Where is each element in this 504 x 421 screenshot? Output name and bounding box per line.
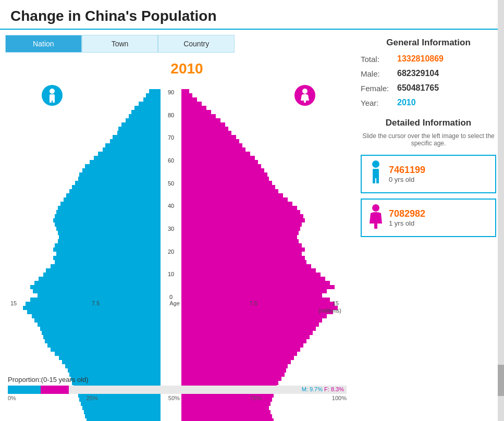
detail-male-icon <box>368 160 384 188</box>
x-axis-labels: 15 7.5 Age 7.5 15 <box>10 300 339 306</box>
page-title: Change in China's Population <box>10 8 494 24</box>
male-row: Male: 682329104 <box>361 69 496 78</box>
svg-rect-9 <box>376 177 379 183</box>
y-axis-labels: 90 80 70 60 50 40 30 20 10 0 <box>163 89 179 300</box>
general-info-title: General Information <box>361 38 496 48</box>
tab-country[interactable]: Country <box>158 35 235 53</box>
detail-card1-value: 7461199 <box>389 165 425 176</box>
total-value: 1332810869 <box>397 54 444 64</box>
population-chart: 2010 <box>10 60 348 306</box>
detailed-info-section: Detailed Information Slide the cursor ov… <box>361 118 496 237</box>
proportion-mf-label: M: 9.7% F: 8.3% <box>302 386 344 392</box>
page-header: Change in China's Population <box>0 0 504 30</box>
detail-card-female: 7082982 1 yrs old <box>361 199 496 237</box>
svg-rect-11 <box>374 224 377 229</box>
right-panel: General Information Total: 1332810869 Ma… <box>353 35 504 306</box>
scrollbar-thumb[interactable] <box>498 365 504 396</box>
detailed-info-desc: Slide the cursor over the left image to … <box>361 132 496 147</box>
proportion-female-bar <box>41 386 69 394</box>
female-row: Female: 650481765 <box>361 83 496 93</box>
proportion-male-bar <box>8 386 41 394</box>
tab-nation[interactable]: Nation <box>5 35 82 53</box>
detail-card2-info: 7082982 1 yrs old <box>389 208 425 227</box>
proportion-bar: M: 9.7% F: 8.3% <box>8 386 347 394</box>
main-content: Nation Town Country 2010 <box>0 30 504 312</box>
detail-card1-age: 0 yrs old <box>389 176 425 183</box>
male-value: 682329104 <box>397 69 439 78</box>
detailed-info-title: Detailed Information <box>361 118 496 128</box>
left-panel: Nation Town Country 2010 <box>0 35 353 306</box>
detail-card2-age: 1 yrs old <box>389 219 425 227</box>
svg-rect-7 <box>373 169 379 178</box>
detail-female-icon <box>368 204 384 232</box>
svg-point-10 <box>372 204 379 212</box>
total-row: Total: 1332810869 <box>361 54 496 64</box>
detail-card2-value: 7082982 <box>389 208 425 219</box>
tab-town[interactable]: Town <box>82 35 158 53</box>
svg-rect-8 <box>373 177 375 183</box>
svg-point-6 <box>372 160 379 168</box>
year-value: 2010 <box>397 98 416 107</box>
female-value: 650481765 <box>397 83 439 93</box>
female-bars <box>181 89 338 300</box>
proportion-section: Proportion:(0-15 years old) M: 9.7% F: 8… <box>0 372 354 405</box>
female-label: Female: <box>361 84 397 93</box>
general-info-section: General Information Total: 1332810869 Ma… <box>361 38 496 107</box>
proportion-axis: 0% 25% 50% 75% 100% <box>8 395 347 401</box>
male-label: Male: <box>361 69 397 78</box>
detail-card-male: 7461199 0 yrs old <box>361 155 496 193</box>
detail-card1-info: 7461199 0 yrs old <box>389 165 425 183</box>
millions-label: (millions) <box>318 307 341 314</box>
proportion-label: Proportion:(0-15 years old) <box>8 376 347 383</box>
total-label: Total: <box>361 55 397 64</box>
year-label: Year: <box>361 98 397 107</box>
scrollbar[interactable] <box>498 0 504 421</box>
year-row: Year: 2010 <box>361 98 496 107</box>
male-bars <box>16 89 161 300</box>
tab-bar: Nation Town Country <box>5 35 235 53</box>
chart-year: 2010 <box>10 60 348 77</box>
